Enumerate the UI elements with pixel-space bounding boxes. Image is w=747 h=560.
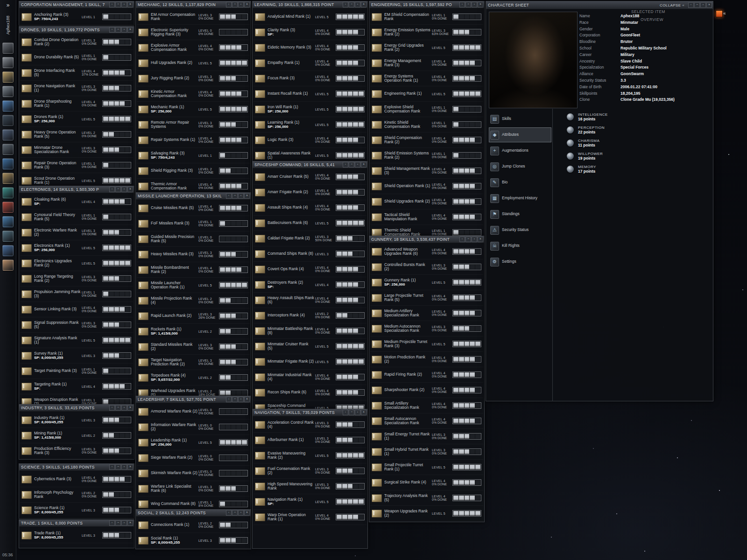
skill-row[interactable]: Anchoring Rank (3)SP: 750/4,243LEVEL 1 — [20, 9, 133, 25]
window-maximize-button[interactable]: ▫ — [472, 237, 477, 242]
skill-row[interactable]: Heavy Assault Ships Rank (6)LEVEL 40% DO… — [254, 293, 366, 308]
skill-row[interactable]: Missile Launcher Operation Rank (1)LEVEL… — [137, 278, 250, 293]
skill-row[interactable]: Covert Ops Rank (4)LEVEL 40% DONE — [254, 262, 366, 277]
skill-row[interactable]: EM Armor Compensation RankLEVEL 30% DONE — [137, 9, 250, 25]
skill-row[interactable]: Minmatar Drone Specialization RankLEVEL … — [20, 142, 133, 158]
skill-row[interactable]: Long Range Targeting Rank (2)LEVEL 30% D… — [20, 271, 133, 287]
window-maximize-button[interactable]: ▫ — [121, 405, 127, 411]
window-pin-icon[interactable]: ◦ — [226, 510, 232, 516]
charsheet-tab-kill-rights[interactable]: ☠Kill Rights — [489, 238, 551, 253]
window-maximize-button[interactable]: ▫ — [355, 162, 360, 168]
window-titlebar[interactable]: CHARACTER SHEET COLLAPSE « ◦−▫× — [486, 1, 713, 9]
window-titlebar[interactable]: CORPORATION MANAGEMENT, 1 SKILL, 7◦−▫× — [19, 1, 134, 8]
skill-row[interactable]: Kinetic Shield Compensation RankLEVEL 10… — [370, 117, 483, 133]
skill-row[interactable]: Empathy Rank (1)LEVEL 40% DONE — [254, 56, 366, 71]
skill-row[interactable]: Missile Bombardment Rank (2)LEVEL 40% DO… — [137, 262, 250, 278]
window-close-button[interactable]: × — [361, 410, 366, 415]
skill-row[interactable]: Shield Management Rank (3)LEVEL 40% DONE — [370, 163, 483, 179]
window-titlebar[interactable]: LEADERSHIP, 7 SKILLS, 527,701 POINT◦−▫× — [136, 396, 251, 403]
charsheet-tab-jump-clones[interactable]: ◎Jump Clones — [489, 159, 551, 174]
charsheet-tab-bio[interactable]: ✎Bio — [489, 175, 551, 190]
skill-row[interactable]: Hull Upgrades Rank (2)LEVEL 5 — [137, 56, 250, 71]
skill-row[interactable]: Repair Systems Rank (1)LEVEL 40% DONE — [137, 133, 250, 148]
skill-row[interactable]: Shield Compensation Rank (2)LEVEL 40% DO… — [370, 133, 483, 148]
window-close-button[interactable]: × — [244, 397, 250, 402]
window-titlebar[interactable]: NAVIGATION, 7 SKILLS, 735,029 POINTS◦−▫× — [253, 409, 367, 416]
skill-row[interactable]: Clarity Rank (3)SP:LEVEL 40% DONE — [254, 25, 366, 40]
skill-row[interactable]: Motion Prediction Rank (2)LEVEL 40% DONE — [370, 352, 483, 367]
window-close-button[interactable]: × — [127, 187, 133, 192]
window-pin-icon[interactable]: ◦ — [459, 2, 465, 7]
skill-row[interactable]: Target Painting Rank (3)LEVEL 10% DONE — [20, 364, 133, 379]
skill-row[interactable]: Energy Management Rank (3)LEVEL 40% DONE — [370, 56, 483, 71]
window-maximize-button[interactable]: ▫ — [121, 520, 127, 526]
skill-row[interactable]: Social Rank (1)SP: 8,000/45,255LEVEL 3 — [137, 533, 250, 548]
skill-row[interactable]: Small Projectile Turret Rank (1)LEVEL 5 — [370, 460, 483, 475]
window-minimize-button[interactable]: − — [115, 520, 121, 526]
skill-row[interactable]: Explosive Shield Compensation RankLEVEL … — [370, 102, 483, 117]
skill-row[interactable]: Cloaking Rank (6)SP:LEVEL 4 — [20, 194, 133, 210]
window-close-button[interactable]: × — [127, 520, 133, 526]
skill-row[interactable]: Energy Emission Systems Rank (2)LEVEL 36… — [370, 25, 483, 40]
skill-row[interactable]: Rapid Launch Rank (2)LEVEL 326% DONE — [137, 308, 250, 324]
window-titlebar[interactable]: ENGINEERING, 15 SKILLS, 1,597,592 PO◦−▫× — [369, 1, 484, 8]
window-pin-icon[interactable]: ◦ — [343, 410, 348, 415]
skill-row[interactable]: Leadership Rank (1)SP: 256,000LEVEL 5 — [137, 435, 250, 450]
skill-row[interactable]: Drone Navigation Rank (1)LEVEL 30% DONE — [20, 81, 133, 96]
skill-row[interactable]: Weapon Upgrades Rank (2)LEVEL 5 — [370, 506, 483, 521]
skill-row[interactable]: Science Rank (1)SP: 8,000/45,255LEVEL 3 — [20, 503, 133, 518]
charsheet-tab-attributes[interactable]: ◆Attributes — [489, 127, 551, 142]
mail-icon[interactable] — [2, 71, 14, 83]
skill-row[interactable]: Electronic Superiority Rigging Rank (3)L… — [137, 25, 250, 40]
skill-row[interactable]: Small Energy Turret Rank (1)LEVEL 30% DO… — [370, 429, 483, 444]
window-minimize-button[interactable]: − — [232, 2, 238, 7]
skill-row[interactable]: Analytical Mind Rank (1)LEVEL 5 — [254, 9, 366, 25]
skill-row[interactable]: Propulsion Jamming Rank (3)LEVEL 10% DON… — [20, 287, 133, 302]
skill-row[interactable]: Navigation Rank (1)SP:LEVEL 5 — [254, 494, 366, 510]
window-close-button[interactable]: × — [706, 2, 712, 8]
skill-row[interactable]: Trade Rank (1)SP: 8,000/45,255LEVEL 3 — [20, 528, 133, 543]
skill-row[interactable]: Advanced Weapon Upgrades Rank (6)LEVEL 4… — [370, 244, 483, 259]
window-titlebar[interactable]: DRONES, 10 SKILLS, 1,169,772 POINTS◦−▫× — [19, 27, 134, 34]
window-minimize-button[interactable]: − — [349, 410, 354, 415]
skill-row[interactable]: Electronic Warfare Rank (2)LEVEL 30% DON… — [20, 225, 133, 240]
window-close-button[interactable]: × — [244, 193, 250, 199]
market-icon[interactable] — [2, 100, 14, 112]
face-icon[interactable] — [2, 259, 14, 271]
window-pin-icon[interactable]: ◦ — [109, 27, 115, 33]
window-close-button[interactable]: × — [127, 405, 133, 411]
skill-row[interactable]: Targeting Rank (1)SP:LEVEL 4 — [20, 379, 133, 394]
window-maximize-button[interactable]: ▫ — [238, 510, 244, 516]
window-minimize-button[interactable]: − — [465, 237, 471, 242]
skill-row[interactable]: Shield Rigging Rank (3)LEVEL 20% DONE — [137, 163, 250, 179]
charsheet-tab-standings[interactable]: ⚑Standings — [489, 207, 551, 222]
blinking-notification-icon[interactable] — [716, 10, 723, 17]
window-close-button[interactable]: × — [478, 2, 483, 7]
skill-row[interactable]: Electronics Upgrades Rank (2)LEVEL 5 — [20, 256, 133, 271]
skill-row[interactable]: Electronics Rank (1)SP: 256,000LEVEL 5 — [20, 240, 133, 256]
skill-row[interactable]: Mining Rank (1)SP: 1,415/8,000LEVEL 2 — [20, 428, 133, 443]
skill-row[interactable]: Siege Warfare Rank (2)LEVEL 00% DONE — [137, 450, 250, 466]
skill-row[interactable]: Missile Projection Rank (4)LEVEL 20% DON… — [137, 293, 250, 308]
skill-row[interactable]: Evasive Maneuvering Rank (2)LEVEL 5 — [254, 448, 366, 463]
skill-row[interactable]: Sensor Linking Rank (3)LEVEL 40% DONE — [20, 302, 133, 317]
skill-row[interactable]: Surgical Strike Rank (4)LEVEL 40% DONE — [370, 475, 483, 490]
skill-row[interactable]: Gunnery Rank (1)SP: 256,000LEVEL 5 — [370, 275, 483, 290]
skill-row[interactable]: Signal Suppression Rank (5)LEVEL 30% DON… — [20, 317, 133, 333]
window-titlebar[interactable]: SPACESHIP COMMAND, 16 SKILLS, 5,41◦−▫× — [253, 161, 367, 168]
skill-row[interactable]: Drone Durability Rank (5)LEVEL 10% DONE — [20, 50, 133, 65]
neocom-expand-icon[interactable]: » — [0, 0, 16, 9]
window-maximize-button[interactable]: ▫ — [238, 397, 244, 402]
skill-row[interactable]: Controlled Bursts Rank (2)LEVEL 30% DONE — [370, 259, 483, 275]
skill-row[interactable]: Skirmish Warfare Rank (2)LEVEL 00% DONE — [137, 466, 250, 481]
window-titlebar[interactable]: SCIENCE, 3 SKILLS, 145,180 POINTS◦−▫× — [19, 464, 134, 471]
ships-icon[interactable] — [2, 129, 14, 140]
window-minimize-button[interactable]: − — [115, 405, 121, 411]
skill-row[interactable]: Acceleration Control Rank (4)LEVEL 30% D… — [254, 417, 366, 433]
skill-row[interactable]: Warp Drive Operation Rank (1)LEVEL 40% D… — [254, 510, 366, 525]
journal-icon[interactable] — [2, 187, 14, 198]
skill-row[interactable]: Heavy Missiles Rank (3)LEVEL 30% DONE — [137, 247, 250, 262]
window-close-button[interactable]: × — [127, 2, 133, 7]
window-pin-icon[interactable]: ◦ — [109, 464, 115, 470]
chat-icon[interactable] — [2, 245, 14, 256]
